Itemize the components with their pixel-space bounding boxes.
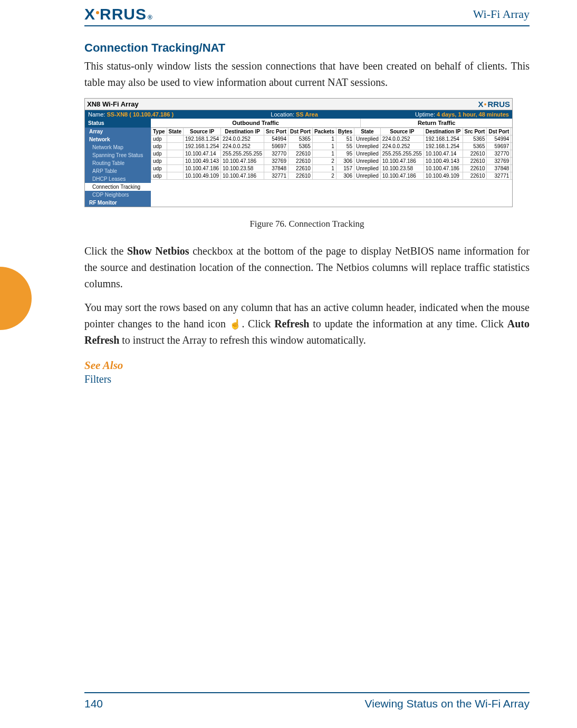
page-footer: 140 Viewing Status on the Wi-Fi Array (84, 692, 530, 710)
table-row: udp10.100.49.14310.100.47.18632769226102… (151, 158, 513, 165)
sidebar-item[interactable]: Array (85, 128, 151, 135)
section-heading: Connection Tracking/NAT (84, 41, 530, 55)
sidebar-item[interactable]: Network (85, 135, 151, 143)
table-header[interactable]: Source IP (380, 128, 424, 135)
sidebar-item[interactable]: CDP Neighbors (85, 191, 151, 199)
table-header[interactable]: Bytes (336, 128, 354, 135)
figure-caption: Figure 76. Connection Tracking (84, 219, 530, 229)
refresh-term: Refresh (274, 318, 309, 329)
sidebar-item[interactable]: ARP Table (85, 167, 151, 175)
xirrus-mini-logo: XRRUS (478, 100, 510, 109)
table-header[interactable]: Dst Port (288, 128, 313, 135)
table-header[interactable]: Destination IP (424, 128, 463, 135)
name-value: SS-XN8 ( 10.100.47.186 ) (107, 111, 174, 118)
logo-dot-icon (96, 11, 99, 14)
footer-section: Viewing Status on the Wi-Fi Array (365, 697, 530, 710)
show-netbios-term: Show Netbios (127, 245, 189, 257)
sidebar-item[interactable]: RF Monitor (85, 199, 151, 207)
table-header[interactable]: State (167, 128, 183, 135)
hand-icon: ☝ (229, 319, 242, 329)
table-row: udp10.100.47.18610.100.23.58378482261011… (151, 165, 513, 172)
paragraph-netbios: Click the Show Netbios checkbox at the b… (84, 243, 530, 292)
table-header[interactable]: State (354, 128, 380, 135)
sidebar-item[interactable]: Spanning Tree Status (85, 151, 151, 159)
sidebar-header: Status (85, 119, 151, 128)
thumb-tab (0, 267, 32, 330)
logo-text-right: RRUS (100, 5, 147, 23)
table-row: udp10.100.47.14255.255.255.2553277022610… (151, 150, 513, 158)
location-label: Location: (271, 111, 294, 118)
product-name: Wi-Fi Array (473, 7, 530, 21)
table-header[interactable]: Dst Port (487, 128, 511, 135)
group-outbound: Outbound Traffic (151, 119, 360, 127)
page-header: X RRUS ® Wi-Fi Array (84, 5, 530, 26)
status-bar: Name: SS-XN8 ( 10.100.47.186 ) Location:… (85, 110, 512, 119)
uptime-label: Uptime: (415, 111, 435, 118)
logo-text-left: X (84, 5, 95, 23)
brand-logo: X RRUS ® (84, 5, 153, 23)
sidebar: Status Array Network Network Map Spannin… (85, 119, 151, 207)
table-header[interactable]: Packets (312, 128, 336, 135)
logo-registered: ® (148, 14, 153, 21)
table-header[interactable]: Destination IP (221, 128, 264, 135)
intro-paragraph: This status-only window lists the sessio… (84, 58, 530, 91)
table-header[interactable]: Type (151, 128, 167, 135)
table-header[interactable]: Source IP (184, 128, 221, 135)
uptime-value: 4 days, 1 hour, 48 minutes (437, 111, 509, 118)
sidebar-item[interactable]: DHCP Leases (85, 175, 151, 183)
table-area: Outbound Traffic Return Traffic TypeStat… (151, 119, 512, 207)
figure-screenshot: XN8 Wi-Fi Array XRRUS Name: SS-XN8 ( 10.… (84, 98, 513, 207)
see-also-heading: See Also (84, 359, 530, 372)
name-label: Name: (88, 111, 105, 118)
table-header[interactable]: Packets (511, 128, 512, 135)
table-row: udp10.100.49.10910.100.47.18632771226102… (151, 172, 513, 180)
connection-table: TypeStateSource IPDestination IPSrc Port… (151, 128, 512, 180)
location-value: SS Area (296, 111, 318, 118)
table-row: udp192.168.1.254224.0.0.252549945365151U… (151, 135, 513, 143)
table-header[interactable]: Src Port (264, 128, 288, 135)
sidebar-item[interactable]: Network Map (85, 143, 151, 151)
page-number: 140 (84, 697, 103, 710)
paragraph-sort-refresh: You may sort the rows based on any colum… (84, 299, 530, 348)
window-title: XN8 Wi-Fi Array (87, 100, 139, 108)
sidebar-item[interactable]: Routing Table (85, 159, 151, 167)
table-row: udp192.168.1.254224.0.0.252596975365155U… (151, 143, 513, 150)
sidebar-item-selected[interactable]: Connection Tracking (85, 183, 151, 191)
group-return: Return Traffic (360, 119, 512, 127)
table-header[interactable]: Src Port (463, 128, 487, 135)
see-also-link[interactable]: Filters (84, 373, 530, 385)
